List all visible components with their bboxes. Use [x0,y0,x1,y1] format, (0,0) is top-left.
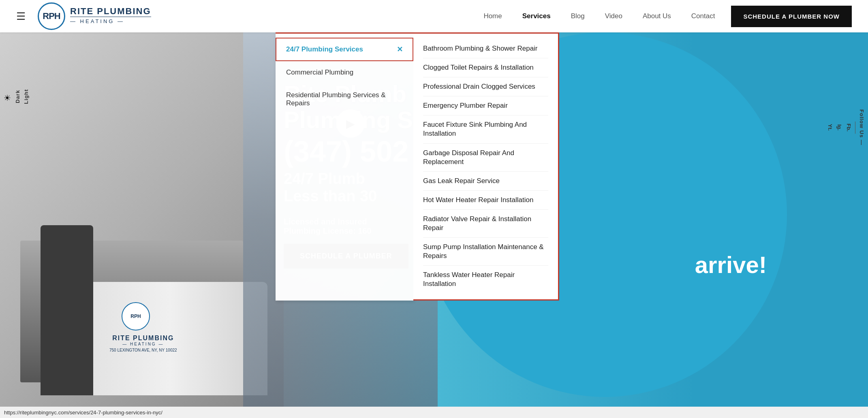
dropdown-item-247[interactable]: 24/7 Plumbing Services ✕ [276,38,413,61]
truck-image-area: RPH RITE PLUMBING — HEATING — 750 LEXING… [0,32,284,407]
nav-services[interactable]: Services [522,12,551,20]
sun-icon: ☀ [2,92,12,102]
nav-about[interactable]: About Us [643,12,671,20]
nav-video[interactable]: Video [605,12,622,20]
follow-text: Follow Us — [859,109,865,145]
dropdown-left-panel: 24/7 Plumbing Services ✕ Commercial Plum… [276,32,413,301]
divider [855,122,855,134]
nav-home[interactable]: Home [483,12,502,20]
dropdown-service-garbage[interactable]: Garbage Disposal Repair And Replacement [423,144,548,172]
theme-toggle: ☀ Dark Light [0,81,32,112]
dropdown-service-radiator[interactable]: Radiator Valve Repair & Installation Rep… [423,210,548,238]
truck-logo: RPH [122,302,150,331]
truck-brand-text: RITE PLUMBING — HEATING — 750 LEXINGTON … [109,335,177,352]
dropdown-service-hot-water[interactable]: Hot Water Heater Repair Installation [423,191,548,210]
light-label[interactable]: Light [23,89,29,104]
dropdown-service-tankless[interactable]: Tankless Water Heater Repair Installatio… [423,266,548,293]
nav-contact[interactable]: Contact [691,12,715,20]
dropdown-service-drain[interactable]: Professional Drain Clogged Services [423,77,548,96]
dropdown-service-clogged-toilet[interactable]: Clogged Toilet Repairs & Installation [423,58,548,77]
follow-sidebar: Follow Us — Fb. Ig. Yt. [824,101,868,154]
logo-text: RITE PLUMBING — HEATING — [70,7,151,25]
dropdown-service-faucet[interactable]: Faucet Fixture Sink Plumbing And Install… [423,115,548,143]
close-icon[interactable]: ✕ [397,45,403,54]
logo-circle: RPH [38,2,65,30]
main-nav: Home Services Blog Video About Us Contac… [483,12,715,20]
dropdown-right-panel: Bathroom Plumbing & Shower Repair Clogge… [413,32,559,301]
dropdown-item-commercial[interactable]: Commercial Plumbing [276,61,413,84]
dropdown-item-residential[interactable]: Residential Plumbing Services & Repairs [276,84,413,115]
dropdown-service-emergency[interactable]: Emergency Plumber Repair [423,96,548,115]
services-dropdown: 24/7 Plumbing Services ✕ Commercial Plum… [276,32,559,301]
brand-name: RITE PLUMBING [70,7,151,16]
status-bar: https://riteplumbingnyc.com/services/24-… [0,407,868,418]
instagram-link[interactable]: Ig. [836,124,842,130]
schedule-header-button[interactable]: SCHEDULE A PLUMBER NOW [731,6,852,27]
hamburger-button[interactable]: ☰ [16,10,26,23]
dropdown-service-gas[interactable]: Gas Leak Repair Service [423,172,548,191]
nav-blog[interactable]: Blog [571,12,585,20]
status-url: https://riteplumbingnyc.com/services/24-… [4,409,162,416]
youtube-link[interactable]: Yt. [827,124,833,131]
dropdown-service-bathroom[interactable]: Bathroom Plumbing & Shower Repair [423,39,548,58]
facebook-link[interactable]: Fb. [846,124,852,132]
dark-label[interactable]: Dark [15,90,21,103]
brand-sub: — HEATING — [70,17,151,25]
logo-area: RPH RITE PLUMBING — HEATING — [38,2,151,30]
dropdown-service-sump[interactable]: Sump Pump Installation Maintenance & Rep… [423,238,548,266]
header: ☰ RPH RITE PLUMBING — HEATING — Home Ser… [0,0,868,32]
arrive-text: arrive! [695,251,767,278]
